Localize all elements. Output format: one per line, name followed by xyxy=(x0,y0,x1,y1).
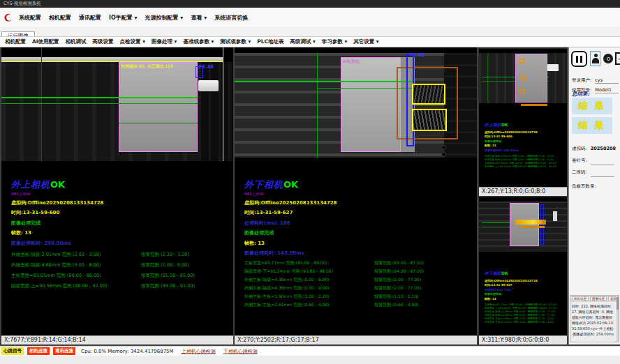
tool-other-settings[interactable]: 其它设置 ▾ xyxy=(353,38,378,45)
mes-upload-status: MES上传OK xyxy=(244,192,474,196)
window-title: CYS-视觉检测系统 xyxy=(3,1,41,6)
tool-advanced-debug[interactable]: 高级调试 ▾ xyxy=(290,38,315,45)
camera-name: 外下相机 xyxy=(244,179,283,190)
mini-panel-lower[interactable]: 外下相机OK 虚拟码:Offline20250208133134728 时间:1… xyxy=(479,197,567,344)
alarm-range: 报警范围:(1.10 - 2.10) xyxy=(374,294,418,300)
proc-time-line: 处理耗时(ms): 166 xyxy=(244,220,474,227)
model-value[interactable]: Model1 xyxy=(595,87,619,93)
green-measure-line-3 xyxy=(119,123,198,123)
measure-value: 隔膜宽度-下=95.24mm 范围:(93.00 - 98.00) xyxy=(244,268,333,273)
qr-row: 二维码: xyxy=(572,163,614,177)
tool-camera-debug[interactable]: 相机调试 xyxy=(66,38,87,45)
processing-done-line: 图像处理完成 xyxy=(485,292,564,296)
pause-button[interactable] xyxy=(571,51,587,67)
mes-upload-status: MES上传OK xyxy=(11,192,230,196)
log-tab-alarm[interactable]: 报警信息 xyxy=(590,296,607,301)
status-bar: 心跳信号 相机连接 通讯连接 Cpu: 0.0% Memory: 3424.41… xyxy=(0,346,620,356)
measure-row: 隔膜宽度-下=95.24mm 范围:(93.00 - 98.00)报警范围:(9… xyxy=(244,268,474,277)
measure-row: 内侧主板-隔膜:4.60mm 范围:(3.00 - 6.00)报警范围:(0.0… xyxy=(11,262,230,273)
mini-orange-highlight xyxy=(515,220,546,225)
upper-camera-heartbeat-link[interactable]: 上相机心跳检测 xyxy=(182,348,216,355)
mini-connector-tab xyxy=(547,64,559,71)
green-guide-vline xyxy=(41,47,42,161)
camera-name: 外下相机 xyxy=(485,271,501,275)
menu-io-config[interactable]: IO手配置 ▾ xyxy=(109,14,138,22)
measure-row: 外侧主板-隔膜:2.91mm 范围:(2.00 - 3.50)报警范围:(2.2… xyxy=(11,252,230,262)
measure-value: 外侧主板-主板=1.90mm 范围:(1.00 - 2.20) xyxy=(485,317,534,320)
tool-spot-check[interactable]: 点检设置 ▾ xyxy=(120,38,145,45)
mini-orange-mark xyxy=(519,59,524,63)
main-area: 23.46 检测阈值:93, 动态阈值:100 外上相机OK MES上传OK 虚… xyxy=(0,47,620,346)
tool-learning-params[interactable]: 学习参数 ▾ xyxy=(322,38,347,45)
log-scrollbar-thumb[interactable] xyxy=(617,297,619,310)
measure-value: 外侧主板-隔膜=4.38mm 范围:(0.00 - 9.00) xyxy=(485,310,534,313)
tool-camera-config[interactable]: 相机配置 xyxy=(5,38,26,45)
green-guide-vline xyxy=(317,53,318,158)
menu-language-switch[interactable]: 系统语言切换 xyxy=(214,14,248,22)
menu-comm-config[interactable]: 通讯配置 xyxy=(79,14,101,22)
gear-icon xyxy=(607,57,610,61)
alarm-range: 报警范围:(2.00 - 77.00) xyxy=(374,277,421,283)
result-box-lower: 结 果 xyxy=(572,117,612,134)
settings-button[interactable] xyxy=(603,54,613,63)
time-line: 时间:13-31-59-600 xyxy=(11,209,230,216)
tool-test-params[interactable]: 测试项参数 ▾ xyxy=(220,38,251,45)
elapsed-line: 图像处理耗时: 143.00ms xyxy=(244,250,474,257)
mini-panel-upper[interactable]: 外上相机OK 虚拟码:Offline20250208133134728 时间:1… xyxy=(479,49,567,196)
yellow-guide-vline xyxy=(223,47,223,161)
app-window: CYS-视觉检测系统 系统配置 相机配置 通讯配置 IO手配置 ▾ 光源控制配置… xyxy=(0,0,620,364)
connector-tab xyxy=(198,80,219,91)
log-tab-timing[interactable]: 耗时信息 xyxy=(572,296,589,301)
alarm-range: 报警范围:(2.00 - 77.00) xyxy=(528,310,555,313)
machinery-dark-right xyxy=(199,62,233,161)
measure-value: 外侧主板-隔膜:2.91mm 范围:(2.00 - 3.50) xyxy=(11,252,101,257)
tool-plc-address-table[interactable]: PLC地址表 xyxy=(257,38,283,45)
alarm-range: 报警范围:(0.60 - 4.00) xyxy=(528,321,554,324)
mini-orange-mark xyxy=(519,89,524,94)
result-box-upper: 结 果 xyxy=(572,98,612,114)
alarm-range: 报警范围:(0.00 - 8.00) xyxy=(141,262,189,268)
alarm-range: 报警范围:(2.20 - 3.20) xyxy=(528,155,554,158)
user-login-button[interactable] xyxy=(590,51,600,66)
green-measure-line-1 xyxy=(235,81,415,82)
mini-result-text: 外下相机OK 虚拟码:Offline20250208133134728 时间:1… xyxy=(485,264,564,324)
control-sidebar: ➜ 登录用户: cys 使用型号: Model1 总结果: 结 果 结 果 虚拟… xyxy=(568,47,620,344)
measure-value: 外侧主板-隔膜=4.38mm 范围:(0.00 - 9.00) xyxy=(244,277,330,282)
person-icon xyxy=(594,54,598,57)
lower-result-text: 外下相机OK MES上传OK 虚拟码:Offline20250208133134… xyxy=(244,177,474,310)
measure-row: 内侧主板-隔膜:4.60mm 范围:(3.00 - 6.00)报警范围:(0.0… xyxy=(485,158,564,161)
total-result-label: 总结果: xyxy=(572,91,590,98)
mini-preview-column: 外上相机OK 虚拟码:Offline20250208133134728 时间:1… xyxy=(478,47,567,344)
menu-view[interactable]: 查看 ▾ xyxy=(191,14,207,22)
result-ok-badge: OK xyxy=(501,122,508,127)
tool-image-processing[interactable]: 图像处理 ▾ xyxy=(152,38,177,45)
measure-value: 内侧主板-隔膜=4.38mm 范围:(0.00 - 9.00) xyxy=(485,314,534,317)
tool-ai-usage-config[interactable]: AI使用配置 xyxy=(32,38,59,45)
lower-camera-heartbeat-link[interactable]: 下相机心跳检测 xyxy=(223,348,258,355)
upper-camera-image[interactable]: 23.46 检测阈值:93, 动态阈值:100 xyxy=(1,47,233,161)
tool-advanced-settings[interactable]: 高级设置 xyxy=(93,38,114,45)
time-line: 时间:13-31-59-627 xyxy=(244,209,474,216)
measure-value: 内侧主板-主板=2.61mm 范围:(0.60 - 4.00) xyxy=(244,302,330,307)
measure-value: 内侧主板-主板=2.61mm 范围:(0.60 - 4.00) xyxy=(485,321,534,324)
alarm-range: 报警范围:(2.20 - 3.20) xyxy=(141,252,189,258)
alarm-range: 报警范围:(83.00 - 87.00) xyxy=(374,260,424,266)
virtual-code-line: 虚拟码:Offline20250208133134728 xyxy=(11,199,230,206)
camera-title-line: 外下相机OK xyxy=(244,177,474,191)
mini-white-detail xyxy=(553,211,557,221)
menu-bar: 系统配置 相机配置 通讯配置 IO手配置 ▾ 光源控制配置 ▾ 查看 ▾ 系统语… xyxy=(0,8,620,27)
camera-title-line: 外上相机OK xyxy=(11,177,230,191)
lower-camera-image[interactable]: AI检测框 72.68 xyxy=(235,47,477,161)
tool-baseline-params[interactable]: 基准线参数 ▾ xyxy=(183,38,214,45)
measure-row: 内侧主板-隔膜=4.38mm 范围:(0.00 - 9.00)报警范围:(2.0… xyxy=(244,285,474,294)
menu-camera-config[interactable]: 相机配置 xyxy=(49,14,71,22)
qr-code-value[interactable] xyxy=(591,163,614,177)
menu-light-config[interactable]: 光源控制配置 ▾ xyxy=(145,14,184,22)
measure-row: 内侧主板-主板=2.61mm 范围:(0.60 - 4.00)报警范围:(0.6… xyxy=(485,321,564,324)
tab-strip: 运行图像 xyxy=(0,27,620,36)
exit-button[interactable]: ➜ xyxy=(615,52,620,65)
menu-system-config[interactable]: 系统配置 xyxy=(19,14,41,22)
mini-blue-bar xyxy=(540,204,544,245)
yellow-tab-roi-2 xyxy=(412,109,447,131)
log-scrollbar[interactable] xyxy=(617,296,619,342)
